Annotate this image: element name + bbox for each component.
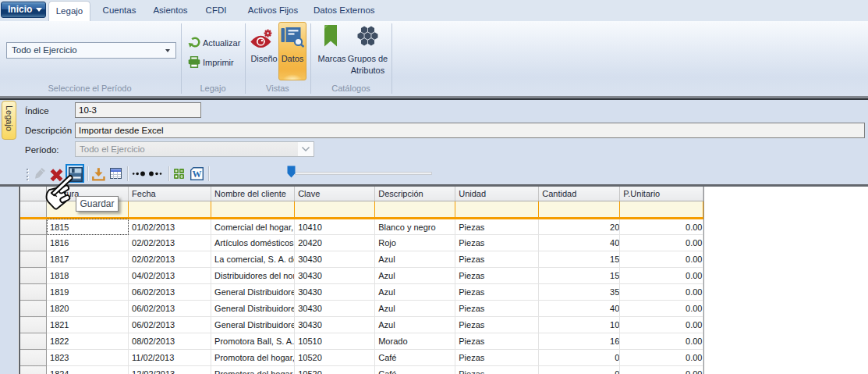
svg-text:W: W	[193, 169, 202, 180]
